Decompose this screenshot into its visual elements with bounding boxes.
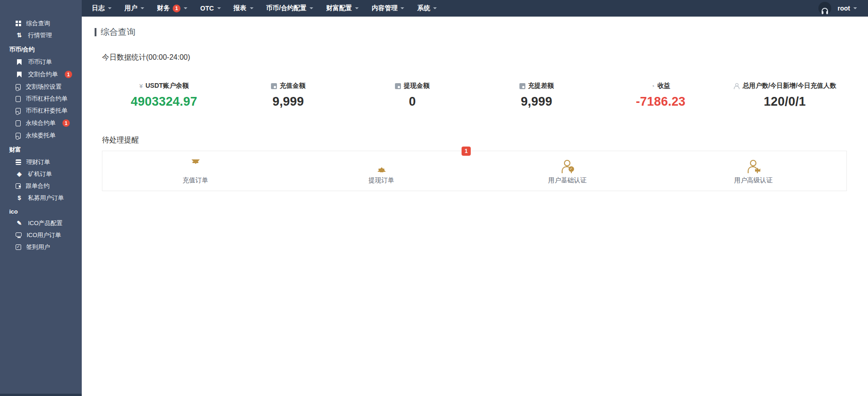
recharge-card-icon <box>271 83 277 89</box>
diff-card-icon <box>519 83 525 89</box>
sidebar-item-perpetual-contract-orders[interactable]: 永续合约单 1 <box>0 117 82 130</box>
sidebar-item-label: 永续委托单 <box>26 132 56 139</box>
document-clock-icon <box>16 108 21 114</box>
card-user-advanced-verification[interactable]: 用户高级认证 <box>660 158 846 185</box>
notification-badge: 1 <box>173 5 180 12</box>
pending-section-title: 待处理提醒 <box>102 136 847 145</box>
nav-item-logs[interactable]: 日志 <box>85 0 118 17</box>
stat-label: 充提差额 <box>528 82 554 90</box>
nav-item-label: OTC <box>200 5 214 12</box>
nav-item-coin-contract-config[interactable]: 币币/合约配置 <box>260 0 320 17</box>
download-arrow-icon <box>192 159 200 172</box>
nav-item-label: 用户 <box>124 4 137 12</box>
profit-pie-icon: ◔ <box>651 83 655 90</box>
document-clock-icon <box>16 133 21 139</box>
card-user-basic-verification[interactable]: ✓ 用户基础认证 <box>474 158 660 185</box>
sidebar-section-wealth: 财富 <box>0 141 82 156</box>
chevron-down-icon <box>217 7 221 11</box>
sidebar-section-ico: ico <box>0 204 82 217</box>
user-crown-icon <box>748 160 760 172</box>
sidebar-item-label: ICO产品配置 <box>28 220 62 226</box>
stat-value: 120/0/1 <box>723 95 847 109</box>
pen-document-icon: ✎ <box>16 220 23 226</box>
sidebar-item-market-management[interactable]: ⇅ 行情管理 <box>0 29 82 41</box>
sidebar: 综合查询 ⇅ 行情管理 币币/合约 币币订单 交割合约单 1 交割场控设置 币币… <box>0 0 82 396</box>
nav-item-label: 日志 <box>92 4 105 12</box>
sidebar-item-delivery-contract-orders[interactable]: 交割合约单 1 <box>0 68 82 81</box>
sidebar-item-ico-user-orders[interactable]: ICO用户订单 <box>0 229 82 241</box>
card-label: 充值订单 <box>102 176 288 185</box>
sidebar-item-finance-orders[interactable]: 理财订单 <box>0 156 82 168</box>
nav-item-label: 币币/合约配置 <box>266 4 307 12</box>
chevron-down-icon <box>355 7 359 11</box>
sidebar-item-label: 永续合约单 <box>26 120 56 126</box>
support-button[interactable] <box>818 2 831 15</box>
bookmark-icon <box>17 59 22 65</box>
chevron-down-icon <box>141 7 144 11</box>
stat-profit: ◔ 收益 -7186.23 <box>598 82 722 109</box>
pending-badge: 1 <box>462 147 471 156</box>
sidebar-item-label: 行情管理 <box>28 32 52 39</box>
sidebar-item-label: ICO用户订单 <box>27 232 61 238</box>
bookmark-icon <box>17 72 22 78</box>
sidebar-item-label: 币币杠杆合约单 <box>26 96 68 102</box>
document-icon <box>16 96 21 102</box>
sidebar-item-ico-product-config[interactable]: ✎ ICO产品配置 <box>0 217 82 229</box>
sidebar-item-checkin-users[interactable]: 签到用户 <box>0 241 82 253</box>
sidebar-item-private-fund-orders[interactable]: $ 私募用户订单 <box>0 192 82 204</box>
nav-item-content-management[interactable]: 内容管理 <box>365 0 411 17</box>
nav-item-users[interactable]: 用户 <box>118 0 151 17</box>
nav-item-system[interactable]: 系统 <box>411 0 443 17</box>
stats-grid: ¥ USDT账户余额 4903324.97 充值金额 9,999 提现金额 0 <box>102 82 847 109</box>
chevron-down-icon <box>310 7 313 11</box>
username: root <box>838 5 850 12</box>
sidebar-item-miner-orders[interactable]: ◈ 矿机订单 <box>0 168 82 180</box>
sidebar-item-label: 理财订单 <box>26 159 50 165</box>
stat-value: 9,999 <box>226 95 350 109</box>
dollar-icon: $ <box>16 195 23 201</box>
stat-user-counts: 总用户数/今日新增/今日充值人数 120/0/1 <box>723 82 847 109</box>
layers-icon: ◈ <box>16 171 23 177</box>
grid-icon <box>16 21 21 26</box>
nav-item-reports[interactable]: 报表 <box>227 0 260 17</box>
sidebar-item-perpetual-entrust-orders[interactable]: 永续委托单 <box>0 130 82 141</box>
sidebar-item-copy-trade-contracts[interactable]: 跟单合约 <box>0 180 82 192</box>
main-area: 综合查询 今日数据统计(00:00-24:00) ¥ USDT账户余额 4903… <box>82 0 868 396</box>
sidebar-item-leverage-contract-orders[interactable]: 币币杠杆合约单 <box>0 93 82 105</box>
card-recharge-orders[interactable]: 充值订单 <box>102 158 288 185</box>
nav-item-otc[interactable]: OTC <box>194 0 227 17</box>
card-withdraw-orders[interactable]: 提现订单 <box>288 158 474 185</box>
stat-label: 总用户数/今日新增/今日充值人数 <box>743 82 836 90</box>
share-box-icon <box>16 183 21 189</box>
nav-item-label: 财富配置 <box>326 4 352 12</box>
chevron-down-icon <box>433 7 437 11</box>
nav-item-finance[interactable]: 财务 1 <box>151 0 194 17</box>
sidebar-item-delivery-control-settings[interactable]: 交割场控设置 <box>0 81 82 93</box>
stat-value: 4903324.97 <box>102 95 226 109</box>
stat-label: 充值金额 <box>280 82 305 90</box>
nav-item-wealth-config[interactable]: 财富配置 <box>320 0 365 17</box>
sidebar-item-leverage-entrust-orders[interactable]: 币币杠杆委托单 <box>0 105 82 117</box>
stats-section-title: 今日数据统计(00:00-24:00) <box>102 53 847 62</box>
stat-usdt-balance: ¥ USDT账户余额 4903324.97 <box>102 82 226 109</box>
nav-item-label: 内容管理 <box>372 4 397 12</box>
card-label: 用户高级认证 <box>660 176 846 185</box>
stat-value: 9,999 <box>474 95 598 109</box>
sidebar-item-label: 综合查询 <box>26 20 50 27</box>
chevron-down-icon <box>400 7 404 11</box>
sidebar-scrollbar[interactable] <box>0 394 82 396</box>
navbar-right: root <box>818 2 863 15</box>
chevron-down-icon <box>108 7 112 11</box>
stat-recharge-withdraw-diff: 充提差额 9,999 <box>474 82 598 109</box>
edit-square-icon <box>16 244 21 250</box>
upload-arrow-icon <box>378 159 386 172</box>
sidebar-item-overview[interactable]: 综合查询 <box>0 17 82 29</box>
file-gear-icon <box>16 84 21 90</box>
yen-icon: ¥ <box>139 83 142 90</box>
card-label: 提现订单 <box>288 176 474 185</box>
stat-recharge-amount: 充值金额 9,999 <box>226 82 350 109</box>
user-check-icon: ✓ <box>562 160 574 172</box>
sidebar-nav: 综合查询 ⇅ 行情管理 币币/合约 币币订单 交割合约单 1 交割场控设置 币币… <box>0 0 82 253</box>
user-menu[interactable]: root <box>838 5 857 12</box>
sidebar-item-coin-orders[interactable]: 币币订单 <box>0 56 82 68</box>
